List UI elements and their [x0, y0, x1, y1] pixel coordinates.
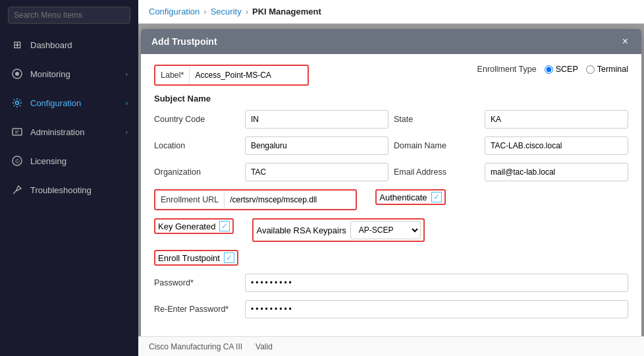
key-generated-label: Key Generated — [158, 222, 215, 231]
radio-terminal-input[interactable] — [586, 65, 595, 74]
form-col-email: Email Address — [394, 163, 628, 181]
authenticate-highlighted: Authenticate ✓ — [375, 189, 445, 205]
sidebar-item-label: Dashboard — [30, 40, 72, 50]
breadcrumb-current: PKI Management — [252, 7, 321, 16]
sidebar: ⊞ Dashboard Monitoring › Configuration ›… — [0, 0, 138, 356]
radio-scep-label: SCEP — [556, 65, 578, 74]
enrollment-type-radio-group: SCEP Terminal — [545, 65, 628, 74]
main-content: Configuration › Security › PKI Managemen… — [138, 0, 644, 356]
sidebar-item-dashboard[interactable]: ⊞ Dashboard — [0, 30, 138, 59]
location-label: Location — [154, 141, 240, 150]
modal-close-button[interactable]: × — [620, 36, 631, 47]
available-rsa-select[interactable]: AP-SCEP — [350, 221, 421, 239]
enrollment-url-highlighted: Enrollment URL — [154, 189, 357, 210]
page-content: Add Trustpoint × Label* — [138, 24, 644, 356]
enrollment-url-label: Enrollment URL — [155, 193, 224, 207]
domain-name-input[interactable] — [485, 136, 628, 155]
available-rsa-label: Available RSA Keypairs — [256, 225, 346, 235]
sidebar-item-troubleshooting[interactable]: Troubleshooting — [0, 175, 138, 204]
form-col-keygen: Key Generated ✓ — [154, 218, 234, 234]
breadcrumb-configuration[interactable]: Configuration — [149, 7, 200, 16]
label-input[interactable] — [189, 66, 308, 84]
svg-point-1 — [15, 72, 19, 76]
sidebar-item-label: Monitoring — [30, 69, 70, 79]
form-col-org: Organization — [154, 163, 389, 181]
password-label: Password* — [154, 278, 240, 287]
label-field-highlighted: Label* — [154, 65, 309, 86]
form-col-password: Password* — [154, 274, 628, 292]
sidebar-item-administration[interactable]: Administration › — [0, 117, 138, 146]
enroll-trustpoint-checkbox[interactable]: ✓ — [224, 252, 234, 263]
reenter-password-label: Re-Enter Password* — [154, 305, 240, 314]
dashboard-icon: ⊞ — [11, 38, 24, 51]
email-address-input[interactable] — [485, 163, 628, 181]
form-row-org-email: Organization Email Address — [154, 163, 628, 181]
sidebar-item-licensing[interactable]: © Licensing — [0, 146, 138, 175]
radio-terminal-label: Terminal — [597, 65, 628, 74]
form-row-enrollurl-auth: Enrollment URL Authenticate ✓ — [154, 189, 628, 210]
sidebar-item-configuration[interactable]: Configuration › — [0, 88, 138, 117]
svg-rect-3 — [13, 129, 22, 135]
authenticate-label: Authenticate — [379, 193, 427, 202]
label-field-label: Label* — [155, 68, 189, 82]
monitoring-icon — [11, 67, 24, 80]
form-col-state: State — [394, 110, 628, 129]
form-col-label: Label* — [154, 65, 389, 86]
enrollment-type-label: Enrollment Type — [477, 65, 537, 74]
form-col-enrollment-type: Enrollment Type SCEP Terminal — [394, 65, 628, 74]
administration-icon — [11, 125, 24, 138]
bg-table-col2: Valid — [255, 342, 273, 351]
organization-label: Organization — [154, 167, 240, 177]
authenticate-checkbox[interactable]: ✓ — [431, 192, 442, 202]
state-label: State — [394, 115, 479, 124]
email-address-label: Email Address — [394, 167, 479, 177]
topbar: Configuration › Security › PKI Managemen… — [138, 0, 644, 24]
country-code-input[interactable] — [245, 110, 389, 129]
svg-text:©: © — [15, 158, 20, 165]
enrollment-url-input[interactable] — [224, 191, 356, 209]
sidebar-item-label: Troubleshooting — [30, 185, 92, 195]
troubleshooting-icon — [11, 183, 24, 196]
organization-input[interactable] — [245, 163, 389, 181]
radio-scep-input[interactable] — [545, 65, 553, 74]
country-code-label: Country Code — [154, 115, 240, 124]
form-col-authenticate: Authenticate ✓ — [375, 189, 445, 205]
chevron-right-icon: › — [126, 71, 128, 78]
chevron-right-icon: › — [126, 100, 128, 107]
chevron-right-icon: › — [126, 129, 128, 136]
form-row-reenter-password: Re-Enter Password* — [154, 300, 628, 318]
bg-table-col1: Cisco Manufacturing CA III — [149, 342, 242, 351]
radio-terminal[interactable]: Terminal — [586, 65, 628, 74]
modal-overlay: Add Trustpoint × Label* — [138, 24, 644, 356]
search-input[interactable] — [8, 7, 130, 24]
location-input[interactable] — [245, 136, 389, 155]
sidebar-item-label: Administration — [30, 127, 84, 137]
form-row-password: Password* — [154, 274, 628, 292]
add-trustpoint-modal: Add Trustpoint × Label* — [141, 29, 641, 356]
password-input[interactable] — [245, 274, 628, 292]
form-col-country: Country Code — [154, 110, 389, 129]
modal-title: Add Trustpoint — [151, 36, 217, 47]
sidebar-item-label: Configuration — [30, 98, 81, 108]
available-rsa-highlighted: Available RSA Keypairs AP-SCEP — [252, 218, 424, 242]
sidebar-item-monitoring[interactable]: Monitoring › — [0, 59, 138, 88]
modal-header: Add Trustpoint × — [141, 29, 641, 54]
licensing-icon: © — [11, 154, 24, 167]
form-col-rsa: Available RSA Keypairs AP-SCEP — [252, 218, 424, 242]
sidebar-search-container — [0, 0, 138, 30]
breadcrumb-sep-2: › — [246, 7, 248, 16]
state-input[interactable] — [485, 110, 628, 129]
form-col-reenter-password: Re-Enter Password* — [154, 300, 628, 318]
radio-scep[interactable]: SCEP — [545, 65, 578, 74]
key-generated-highlighted: Key Generated ✓ — [154, 218, 234, 234]
domain-name-label: Domain Name — [394, 141, 479, 150]
breadcrumb-security[interactable]: Security — [211, 7, 242, 16]
enroll-trustpoint-label: Enroll Trustpoint — [158, 253, 220, 263]
key-generated-checkbox[interactable]: ✓ — [219, 221, 230, 231]
modal-body: Label* Enrollment Type SCEP — [141, 54, 641, 337]
reenter-password-input[interactable] — [245, 300, 628, 318]
form-col-enroll: Enroll Trustpoint ✓ — [154, 250, 238, 266]
form-row-location-domain: Location Domain Name — [154, 136, 628, 155]
enroll-trustpoint-highlighted: Enroll Trustpoint ✓ — [154, 250, 238, 266]
form-row-keygen-rsa: Key Generated ✓ Available RSA Keypairs A… — [154, 218, 628, 242]
